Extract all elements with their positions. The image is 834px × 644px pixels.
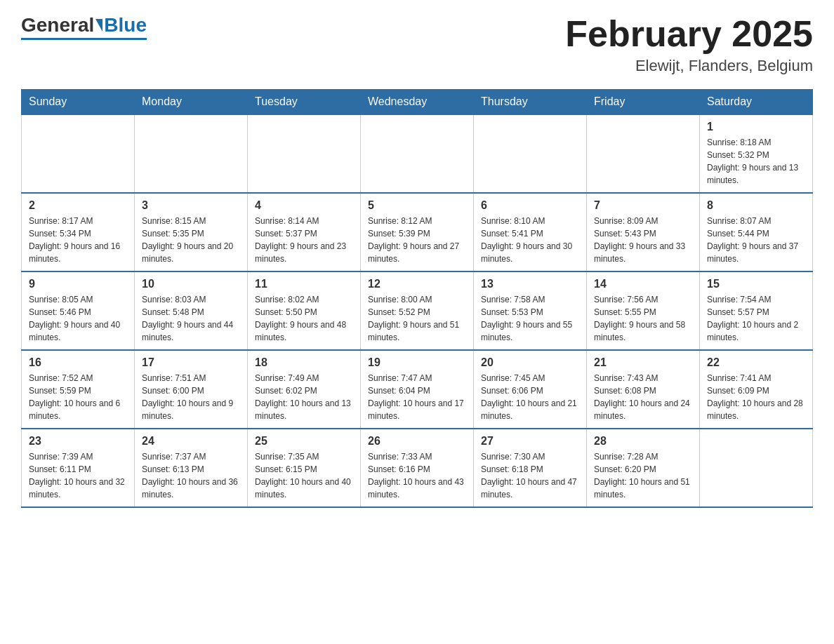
calendar-cell	[248, 114, 361, 193]
day-info: Sunrise: 7:41 AMSunset: 6:09 PMDaylight:…	[707, 372, 805, 422]
calendar-cell: 21Sunrise: 7:43 AMSunset: 6:08 PMDayligh…	[587, 350, 700, 429]
calendar-cell: 27Sunrise: 7:30 AMSunset: 6:18 PMDayligh…	[474, 429, 587, 507]
calendar-cell: 4Sunrise: 8:14 AMSunset: 5:37 PMDaylight…	[248, 193, 361, 271]
day-info: Sunrise: 7:56 AMSunset: 5:55 PMDaylight:…	[594, 293, 692, 344]
calendar-week-row: 23Sunrise: 7:39 AMSunset: 6:11 PMDayligh…	[22, 429, 813, 507]
calendar-cell: 11Sunrise: 8:02 AMSunset: 5:50 PMDayligh…	[248, 271, 361, 350]
calendar-week-row: 2Sunrise: 8:17 AMSunset: 5:34 PMDaylight…	[22, 193, 813, 271]
calendar-cell: 9Sunrise: 8:05 AMSunset: 5:46 PMDaylight…	[22, 271, 135, 350]
day-number: 2	[29, 199, 127, 212]
day-info: Sunrise: 8:02 AMSunset: 5:50 PMDaylight:…	[255, 293, 353, 344]
day-number: 13	[481, 278, 579, 290]
logo-general-text: General	[21, 14, 94, 36]
month-title: February 2025	[565, 14, 813, 54]
day-number: 15	[707, 278, 805, 290]
calendar-cell: 3Sunrise: 8:15 AMSunset: 5:35 PMDaylight…	[135, 193, 248, 271]
page-header: General Blue February 2025 Elewijt, Flan…	[21, 14, 813, 75]
day-number: 19	[368, 356, 466, 369]
day-info: Sunrise: 7:28 AMSunset: 6:20 PMDaylight:…	[594, 450, 692, 501]
calendar-week-row: 16Sunrise: 7:52 AMSunset: 5:59 PMDayligh…	[22, 350, 813, 429]
calendar-cell	[587, 114, 700, 193]
calendar-day-header: Sunday	[22, 90, 135, 115]
day-info: Sunrise: 7:52 AMSunset: 5:59 PMDaylight:…	[29, 372, 127, 422]
calendar-cell: 19Sunrise: 7:47 AMSunset: 6:04 PMDayligh…	[361, 350, 474, 429]
calendar-cell	[361, 114, 474, 193]
calendar-cell: 14Sunrise: 7:56 AMSunset: 5:55 PMDayligh…	[587, 271, 700, 350]
day-info: Sunrise: 7:33 AMSunset: 6:16 PMDaylight:…	[368, 450, 466, 501]
day-number: 17	[142, 356, 240, 369]
calendar-week-row: 9Sunrise: 8:05 AMSunset: 5:46 PMDaylight…	[22, 271, 813, 350]
calendar-cell: 13Sunrise: 7:58 AMSunset: 5:53 PMDayligh…	[474, 271, 587, 350]
calendar-cell: 7Sunrise: 8:09 AMSunset: 5:43 PMDaylight…	[587, 193, 700, 271]
calendar-cell: 18Sunrise: 7:49 AMSunset: 6:02 PMDayligh…	[248, 350, 361, 429]
day-number: 27	[481, 435, 579, 448]
day-number: 4	[255, 199, 353, 212]
calendar-cell: 15Sunrise: 7:54 AMSunset: 5:57 PMDayligh…	[700, 271, 813, 350]
calendar-cell: 20Sunrise: 7:45 AMSunset: 6:06 PMDayligh…	[474, 350, 587, 429]
logo-blue-text: Blue	[104, 14, 147, 36]
day-info: Sunrise: 7:51 AMSunset: 6:00 PMDaylight:…	[142, 372, 240, 422]
day-info: Sunrise: 7:45 AMSunset: 6:06 PMDaylight:…	[481, 372, 579, 422]
day-info: Sunrise: 7:54 AMSunset: 5:57 PMDaylight:…	[707, 293, 805, 344]
day-info: Sunrise: 8:18 AMSunset: 5:32 PMDaylight:…	[707, 136, 805, 187]
calendar-cell: 22Sunrise: 7:41 AMSunset: 6:09 PMDayligh…	[700, 350, 813, 429]
calendar-cell	[700, 429, 813, 507]
day-info: Sunrise: 7:58 AMSunset: 5:53 PMDaylight:…	[481, 293, 579, 344]
calendar-cell: 26Sunrise: 7:33 AMSunset: 6:16 PMDayligh…	[361, 429, 474, 507]
calendar-week-row: 1Sunrise: 8:18 AMSunset: 5:32 PMDaylight…	[22, 114, 813, 193]
day-number: 1	[707, 121, 805, 133]
day-info: Sunrise: 7:37 AMSunset: 6:13 PMDaylight:…	[142, 450, 240, 501]
day-number: 11	[255, 278, 353, 290]
calendar-cell	[22, 114, 135, 193]
calendar-day-header: Friday	[587, 90, 700, 115]
day-info: Sunrise: 7:35 AMSunset: 6:15 PMDaylight:…	[255, 450, 353, 501]
day-info: Sunrise: 8:07 AMSunset: 5:44 PMDaylight:…	[707, 215, 805, 265]
day-number: 18	[255, 356, 353, 369]
day-number: 22	[707, 356, 805, 369]
day-number: 6	[481, 199, 579, 212]
calendar-cell: 25Sunrise: 7:35 AMSunset: 6:15 PMDayligh…	[248, 429, 361, 507]
calendar-table: SundayMondayTuesdayWednesdayThursdayFrid…	[21, 89, 813, 508]
day-info: Sunrise: 8:17 AMSunset: 5:34 PMDaylight:…	[29, 215, 127, 265]
calendar-day-header: Tuesday	[248, 90, 361, 115]
day-info: Sunrise: 8:14 AMSunset: 5:37 PMDaylight:…	[255, 215, 353, 265]
day-info: Sunrise: 7:30 AMSunset: 6:18 PMDaylight:…	[481, 450, 579, 501]
calendar-cell: 10Sunrise: 8:03 AMSunset: 5:48 PMDayligh…	[135, 271, 248, 350]
day-number: 26	[368, 435, 466, 448]
calendar-day-header: Saturday	[700, 90, 813, 115]
day-info: Sunrise: 8:09 AMSunset: 5:43 PMDaylight:…	[594, 215, 692, 265]
calendar-cell: 16Sunrise: 7:52 AMSunset: 5:59 PMDayligh…	[22, 350, 135, 429]
day-info: Sunrise: 8:12 AMSunset: 5:39 PMDaylight:…	[368, 215, 466, 265]
calendar-day-header: Wednesday	[361, 90, 474, 115]
day-number: 9	[29, 278, 127, 290]
calendar-cell: 28Sunrise: 7:28 AMSunset: 6:20 PMDayligh…	[587, 429, 700, 507]
day-number: 16	[29, 356, 127, 369]
day-info: Sunrise: 8:15 AMSunset: 5:35 PMDaylight:…	[142, 215, 240, 265]
location-title: Elewijt, Flanders, Belgium	[565, 57, 813, 75]
calendar-cell	[135, 114, 248, 193]
calendar-cell: 8Sunrise: 8:07 AMSunset: 5:44 PMDaylight…	[700, 193, 813, 271]
day-number: 14	[594, 278, 692, 290]
day-number: 7	[594, 199, 692, 212]
day-info: Sunrise: 7:39 AMSunset: 6:11 PMDaylight:…	[29, 450, 127, 501]
day-number: 8	[707, 199, 805, 212]
calendar-cell: 5Sunrise: 8:12 AMSunset: 5:39 PMDaylight…	[361, 193, 474, 271]
calendar-day-header: Monday	[135, 90, 248, 115]
day-number: 23	[29, 435, 127, 448]
day-number: 28	[594, 435, 692, 448]
day-info: Sunrise: 8:05 AMSunset: 5:46 PMDaylight:…	[29, 293, 127, 344]
day-info: Sunrise: 8:03 AMSunset: 5:48 PMDaylight:…	[142, 293, 240, 344]
day-number: 3	[142, 199, 240, 212]
day-info: Sunrise: 7:43 AMSunset: 6:08 PMDaylight:…	[594, 372, 692, 422]
day-number: 20	[481, 356, 579, 369]
calendar-cell: 6Sunrise: 8:10 AMSunset: 5:41 PMDaylight…	[474, 193, 587, 271]
calendar-cell: 2Sunrise: 8:17 AMSunset: 5:34 PMDaylight…	[22, 193, 135, 271]
calendar-day-header: Thursday	[474, 90, 587, 115]
calendar-cell: 24Sunrise: 7:37 AMSunset: 6:13 PMDayligh…	[135, 429, 248, 507]
day-info: Sunrise: 7:47 AMSunset: 6:04 PMDaylight:…	[368, 372, 466, 422]
calendar-cell: 17Sunrise: 7:51 AMSunset: 6:00 PMDayligh…	[135, 350, 248, 429]
day-number: 5	[368, 199, 466, 212]
day-number: 25	[255, 435, 353, 448]
title-section: February 2025 Elewijt, Flanders, Belgium	[565, 14, 813, 75]
calendar-cell	[474, 114, 587, 193]
